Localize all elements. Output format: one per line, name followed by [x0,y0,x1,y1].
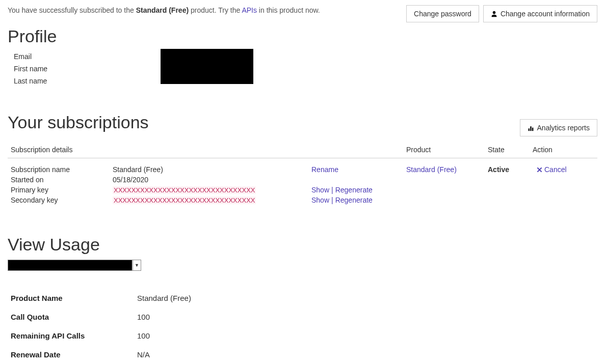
col-header-product: Product [406,146,488,154]
sub-name-label: Subscription name [11,165,113,174]
cancel-link[interactable]: Cancel [544,165,567,174]
started-on-label: Started on [11,176,113,184]
change-account-label: Change account information [501,10,590,18]
change-password-label: Change password [414,10,471,18]
started-on-value: 05/18/2020 [113,176,311,184]
apis-link[interactable]: APIs [242,6,257,14]
usage-product-name-value: Standard (Free) [137,294,191,302]
notice-text-prefix: You have successfully subscribed to the [8,6,136,14]
svg-rect-0 [528,128,529,131]
analytics-reports-label: Analytics reports [537,124,590,132]
close-icon [537,167,542,173]
usage-renewal-label: Renewal Date [11,350,137,359]
lastname-label: Last name [14,77,161,85]
redacted-profile-values [161,49,253,84]
separator: | [331,196,333,204]
notice-text-middle: product. Try the [189,6,242,14]
usage-remaining-value: 100 [137,331,150,340]
analytics-reports-button[interactable]: Analytics reports [520,119,597,136]
notice-product: Standard (Free) [136,6,189,14]
user-icon [491,11,497,17]
usage-subscription-select[interactable] [8,260,141,271]
notice-text-suffix: in this product now. [257,6,320,14]
usage-heading: View Usage [8,235,597,255]
profile-heading: Profile [8,26,597,46]
bar-chart-icon [528,125,534,131]
usage-call-quota-label: Call Quota [11,313,137,321]
col-header-action: Action [533,146,597,154]
secondary-regenerate-link[interactable]: Regenerate [335,196,373,204]
usage-remaining-label: Remaining API Calls [11,331,137,340]
secondary-show-link[interactable]: Show [311,196,329,204]
svg-rect-1 [530,126,531,131]
secondary-key-value: XXXXXXXXXXXXXXXXXXXXXXXXXXXXXXXX [113,197,256,204]
col-header-state: State [488,146,533,154]
primary-key-value: XXXXXXXXXXXXXXXXXXXXXXXXXXXXXXXX [113,186,256,194]
rename-link[interactable]: Rename [311,165,338,174]
col-header-details: Subscription details [11,146,406,154]
sub-name-value: Standard (Free) [113,165,311,174]
secondary-key-label: Secondary key [11,196,113,204]
primary-regenerate-link[interactable]: Regenerate [335,186,373,194]
change-account-button[interactable]: Change account information [483,5,597,22]
svg-rect-2 [532,127,533,131]
usage-call-quota-value: 100 [137,313,150,321]
email-label: Email [14,52,161,61]
subscriptions-heading: Your subscriptions [8,113,149,132]
primary-show-link[interactable]: Show [311,186,329,194]
subscription-notice: You have successfully subscribed to the … [8,5,320,14]
usage-product-name-label: Product Name [11,294,137,302]
primary-key-label: Primary key [11,186,113,194]
separator: | [331,186,333,194]
usage-renewal-value: N/A [137,350,150,359]
firstname-label: First name [14,65,161,73]
subscription-row: Subscription name Standard (Free) Rename… [8,158,597,204]
change-password-button[interactable]: Change password [406,5,479,22]
product-link[interactable]: Standard (Free) [406,165,457,174]
state-value: Active [488,165,533,204]
